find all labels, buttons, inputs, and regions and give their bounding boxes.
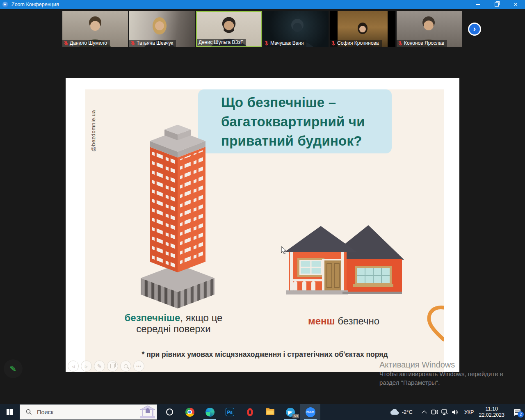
clock-time: 11:10: [479, 406, 504, 412]
green-pencil-icon: ✎: [10, 364, 17, 374]
taskbar-app-photoshop[interactable]: Ps: [220, 404, 240, 420]
participant-name: София Кропинова: [337, 40, 379, 46]
participant-name-label: Татьяна Шевчук: [129, 40, 176, 47]
participant-tile[interactable]: Татьяна Шевчук: [129, 11, 195, 47]
orange-curve-decoration: [425, 305, 444, 343]
restore-button[interactable]: [487, 0, 506, 9]
house-caption: менш безпечно: [297, 315, 391, 327]
participant-tile[interactable]: София Кропинова: [330, 11, 395, 47]
slide-title-line: приватний будинок?: [198, 131, 392, 151]
participant-name-label: Данило Шумило: [62, 40, 110, 47]
participant-name-label: Кононов Ярослав: [397, 40, 447, 47]
zoom-taskbar-icon: zoom: [306, 407, 315, 417]
participant-tile-active-speaker[interactable]: Денис Шульга ВЗзГ: [196, 11, 262, 47]
participant-name: Мачушак Ваня: [270, 40, 304, 46]
window-titlebar: Zoom Конференция ✕: [0, 0, 525, 9]
slide-viewer-toolbar: ◃ ▹ ✎ •••: [68, 361, 144, 372]
slide-title-box: Що безпечніше – багатоквартирний чи прив…: [198, 89, 392, 153]
weather-widget[interactable]: -2°C: [390, 409, 413, 415]
meet-now-button[interactable]: [429, 409, 440, 415]
network-button[interactable]: [440, 409, 450, 415]
previous-slide-button[interactable]: ◃: [68, 361, 79, 372]
participant-name: Кононов Ярослав: [404, 40, 444, 46]
taskbar-app-telegram[interactable]: 69: [280, 404, 300, 420]
slides-icon: [110, 364, 115, 368]
participant-name: Денис Шульга ВЗзГ: [199, 39, 243, 45]
pinned-apps: Ps 69 zoom: [160, 404, 320, 420]
meet-now-camera-icon: [431, 409, 438, 415]
cloud-icon: [390, 409, 399, 415]
tower-caption: безпечніше, якщо це середні поверхи: [118, 312, 229, 334]
muted-mic-icon: [265, 41, 269, 46]
participant-name: Данило Шумило: [70, 40, 107, 46]
search-highlight-belfry-graphic: [139, 405, 157, 420]
muted-mic-icon: [64, 41, 68, 46]
taskbar-clock[interactable]: 11:10 22.02.2023: [479, 406, 504, 418]
house-caption-highlight: менш: [308, 315, 335, 326]
taskbar-app-chrome[interactable]: [180, 404, 200, 420]
slide-title-line: багатоквартирний чи: [198, 112, 392, 131]
muted-mic-icon: [131, 41, 135, 46]
system-tray: -2°C УКР: [390, 404, 525, 420]
volume-button[interactable]: [450, 409, 460, 415]
zoom-search-button[interactable]: [120, 361, 131, 372]
taskbar-app-opera[interactable]: [240, 404, 260, 420]
activation-title: Активация Windows: [379, 360, 519, 370]
participant-tile[interactable]: Кононов Ярослав: [397, 11, 462, 47]
slides-overview-button[interactable]: [107, 361, 118, 372]
taskbar-app-zoom[interactable]: zoom: [300, 404, 320, 420]
muted-mic-icon: [331, 41, 336, 46]
annotation-pencil-fab[interactable]: ✎: [4, 359, 23, 378]
tower-caption-rest: , якщо це: [180, 312, 222, 323]
photoshop-icon: Ps: [226, 408, 234, 416]
tower-caption-highlight: безпечніше: [125, 312, 180, 323]
taskbar-app-explorer[interactable]: [260, 404, 280, 420]
slide-title-line: Що безпечніше –: [198, 93, 392, 112]
tray-overflow-chevron[interactable]: [419, 410, 429, 414]
minimize-button[interactable]: [468, 0, 487, 9]
window-title: Zoom Конференция: [11, 2, 59, 7]
close-button[interactable]: ✕: [506, 0, 525, 9]
ring-app-icon: [166, 409, 173, 415]
opera-icon: [247, 408, 253, 416]
magnifier-icon: [124, 364, 128, 368]
notification-badge: 2: [518, 411, 524, 418]
annotate-pencil-button[interactable]: ✎: [94, 361, 105, 372]
telegram-badge: 69: [292, 414, 299, 418]
next-participants-page-button[interactable]: ›: [468, 23, 481, 36]
minimize-icon: [476, 4, 480, 5]
next-slide-button[interactable]: ▹: [81, 361, 92, 372]
start-button[interactable]: [0, 404, 20, 420]
chrome-icon: [185, 408, 194, 417]
tower-caption-line2: середні поверхи: [118, 323, 229, 334]
private-house-illustration: [281, 219, 404, 299]
participant-name: Татьяна Шевчук: [137, 40, 173, 46]
network-icon: [441, 409, 448, 415]
windows-logo-icon: [7, 409, 13, 415]
participant-tile[interactable]: Данило Шумило: [62, 11, 128, 47]
more-tools-button[interactable]: •••: [133, 361, 144, 372]
taskbar-search[interactable]: [20, 404, 157, 420]
mouse-cursor: [281, 246, 287, 255]
search-input[interactable]: [36, 409, 116, 416]
windows-activation-watermark: Активация Windows Чтобы активировать Win…: [379, 360, 519, 387]
action-center-button[interactable]: 2: [510, 404, 524, 420]
edge-icon: [205, 408, 215, 417]
house-caption-rest: безпечно: [335, 315, 379, 326]
participant-tile[interactable]: Мачушак Ваня: [263, 11, 329, 47]
meeting-content-area: Данило Шумило Татьяна Шевчук Денис: [0, 9, 525, 404]
participant-name-label: Денис Шульга ВЗзГ: [197, 39, 246, 46]
weather-temp: -2°C: [402, 409, 413, 415]
activation-line: раздел "Параметры".: [379, 378, 519, 387]
taskbar-app-edge[interactable]: [200, 404, 220, 420]
participant-name-label: Мачушак Ваня: [263, 40, 306, 47]
windows-taskbar: Ps 69 zoom -2°C: [0, 404, 525, 420]
language-indicator[interactable]: УКР: [464, 409, 474, 415]
slide-footnote: * при рівних умовах місцязнаходження і с…: [85, 350, 444, 359]
taskbar-app-circle[interactable]: [160, 404, 180, 420]
apartment-tower-illustration: [137, 125, 219, 309]
participant-name-label: София Кропинова: [330, 40, 382, 47]
file-explorer-icon: [266, 409, 274, 415]
presentation-slide: @bezdomnie.ua Що безпечніше – багатоквар…: [85, 89, 444, 372]
slide-watermark: @bezdomnie.ua: [90, 110, 96, 151]
